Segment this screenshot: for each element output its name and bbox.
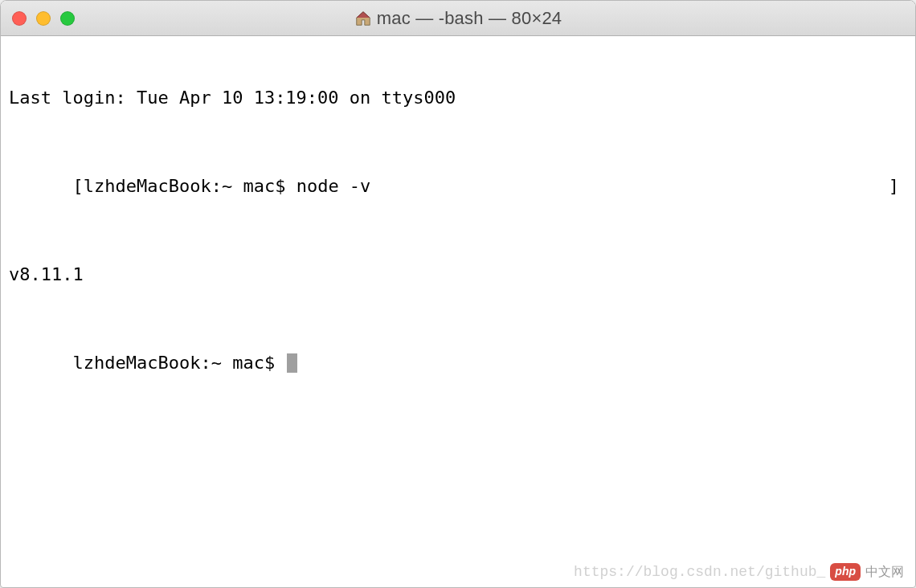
watermark: https://blog.csdn.net/github_ php 中文网 (574, 563, 904, 582)
zoom-button[interactable] (60, 11, 75, 26)
terminal-content[interactable]: Last login: Tue Apr 10 13:19:00 on ttys0… (1, 36, 915, 587)
minimize-button[interactable] (36, 11, 51, 26)
terminal-line-prompt: lzhdeMacBook:~ mac$ (9, 330, 907, 397)
watermark-badge: php (830, 563, 861, 581)
titlebar[interactable]: mac — -bash — 80×24 (1, 1, 915, 36)
terminal-line-lastlogin: Last login: Tue Apr 10 13:19:00 on ttys0… (9, 87, 907, 109)
command-text: node -v (296, 176, 371, 196)
watermark-cn: 中文网 (865, 564, 904, 580)
watermark-url: https://blog.csdn.net/github_ (574, 563, 825, 582)
close-button[interactable] (12, 11, 27, 26)
terminal-line-command: [lzhdeMacBook:~ mac$ node -v] (9, 153, 907, 220)
window-title-container: mac — -bash — 80×24 (1, 8, 915, 29)
terminal-window: mac — -bash — 80×24 Last login: Tue Apr … (0, 0, 916, 588)
prompt-text: lzhdeMacBook:~ mac$ (84, 176, 296, 196)
traffic-lights (12, 11, 75, 26)
window-title: mac — -bash — 80×24 (377, 8, 562, 29)
prompt-text: lzhdeMacBook:~ mac$ (72, 353, 285, 373)
terminal-line-output: v8.11.1 (9, 263, 907, 286)
home-icon (354, 10, 372, 27)
bracket-close: ] (889, 175, 899, 198)
bracket-open: [ (72, 176, 83, 196)
cursor (287, 353, 297, 373)
